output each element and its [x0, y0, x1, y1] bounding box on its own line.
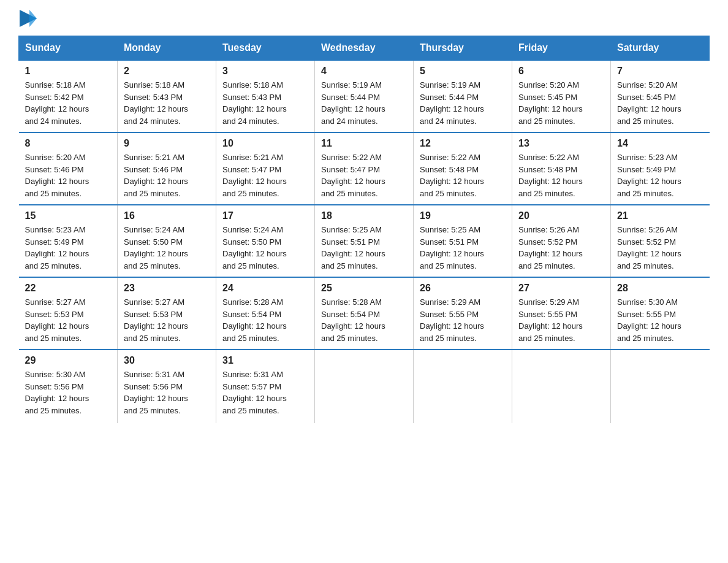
calendar-cell: 3Sunrise: 5:18 AMSunset: 5:43 PMDaylight…	[216, 60, 315, 132]
logo	[18, 15, 37, 25]
day-info: Sunrise: 5:18 AMSunset: 5:42 PMDaylight:…	[25, 79, 112, 127]
day-header-sunday: Sunday	[19, 36, 118, 61]
day-number: 11	[321, 138, 407, 149]
day-info: Sunrise: 5:26 AMSunset: 5:52 PMDaylight:…	[617, 224, 703, 272]
day-info: Sunrise: 5:19 AMSunset: 5:44 PMDaylight:…	[321, 79, 407, 127]
day-number: 12	[420, 138, 506, 149]
day-info: Sunrise: 5:18 AMSunset: 5:43 PMDaylight:…	[124, 79, 210, 127]
day-number: 20	[518, 210, 604, 221]
day-info: Sunrise: 5:21 AMSunset: 5:47 PMDaylight:…	[222, 151, 308, 199]
day-number: 18	[321, 210, 407, 221]
day-info: Sunrise: 5:27 AMSunset: 5:53 PMDaylight:…	[124, 296, 210, 344]
day-number: 8	[25, 138, 112, 149]
day-number: 5	[420, 66, 506, 77]
day-info: Sunrise: 5:25 AMSunset: 5:51 PMDaylight:…	[420, 224, 506, 272]
calendar-cell: 17Sunrise: 5:24 AMSunset: 5:50 PMDayligh…	[216, 205, 315, 277]
calendar-cell: 16Sunrise: 5:24 AMSunset: 5:50 PMDayligh…	[118, 205, 216, 277]
calendar-cell: 8Sunrise: 5:20 AMSunset: 5:46 PMDaylight…	[19, 132, 118, 205]
day-info: Sunrise: 5:20 AMSunset: 5:46 PMDaylight:…	[25, 151, 112, 199]
day-number: 10	[222, 138, 308, 149]
day-info: Sunrise: 5:28 AMSunset: 5:54 PMDaylight:…	[321, 296, 407, 344]
calendar-week-3: 15Sunrise: 5:23 AMSunset: 5:49 PMDayligh…	[19, 205, 710, 277]
day-number: 17	[222, 210, 308, 221]
day-number: 22	[25, 283, 112, 294]
calendar-cell: 20Sunrise: 5:26 AMSunset: 5:52 PMDayligh…	[512, 205, 611, 277]
day-number: 14	[617, 138, 703, 149]
day-info: Sunrise: 5:26 AMSunset: 5:52 PMDaylight:…	[518, 224, 604, 272]
calendar-cell: 27Sunrise: 5:29 AMSunset: 5:55 PMDayligh…	[512, 277, 611, 350]
day-info: Sunrise: 5:20 AMSunset: 5:45 PMDaylight:…	[617, 79, 703, 127]
day-number: 28	[617, 283, 703, 294]
calendar-cell: 15Sunrise: 5:23 AMSunset: 5:49 PMDayligh…	[19, 205, 118, 277]
calendar-cell: 26Sunrise: 5:29 AMSunset: 5:55 PMDayligh…	[414, 277, 512, 350]
day-info: Sunrise: 5:23 AMSunset: 5:49 PMDaylight:…	[617, 151, 703, 199]
day-number: 19	[420, 210, 506, 221]
svg-marker-1	[29, 10, 37, 27]
day-number: 15	[25, 210, 112, 221]
day-info: Sunrise: 5:30 AMSunset: 5:55 PMDaylight:…	[617, 296, 703, 344]
calendar-cell: 31Sunrise: 5:31 AMSunset: 5:57 PMDayligh…	[216, 350, 315, 423]
day-number: 27	[518, 283, 604, 294]
day-info: Sunrise: 5:19 AMSunset: 5:44 PMDaylight:…	[420, 79, 506, 127]
day-number: 9	[124, 138, 210, 149]
day-number: 16	[124, 210, 210, 221]
day-header-saturday: Saturday	[611, 36, 710, 61]
calendar-cell: 13Sunrise: 5:22 AMSunset: 5:48 PMDayligh…	[512, 132, 611, 205]
calendar-cell: 1Sunrise: 5:18 AMSunset: 5:42 PMDaylight…	[19, 60, 118, 132]
day-number: 4	[321, 66, 407, 77]
day-info: Sunrise: 5:24 AMSunset: 5:50 PMDaylight:…	[124, 224, 210, 272]
day-info: Sunrise: 5:31 AMSunset: 5:57 PMDaylight:…	[222, 369, 308, 416]
calendar-header: SundayMondayTuesdayWednesdayThursdayFrid…	[19, 36, 710, 61]
calendar-cell: 21Sunrise: 5:26 AMSunset: 5:52 PMDayligh…	[611, 205, 710, 277]
day-number: 3	[222, 66, 308, 77]
day-header-tuesday: Tuesday	[216, 36, 315, 61]
calendar-cell: 10Sunrise: 5:21 AMSunset: 5:47 PMDayligh…	[216, 132, 315, 205]
calendar-cell: 2Sunrise: 5:18 AMSunset: 5:43 PMDaylight…	[118, 60, 216, 132]
day-number: 6	[518, 66, 604, 77]
calendar-cell: 5Sunrise: 5:19 AMSunset: 5:44 PMDaylight…	[414, 60, 512, 132]
day-number: 24	[222, 283, 308, 294]
day-number: 26	[420, 283, 506, 294]
day-info: Sunrise: 5:29 AMSunset: 5:55 PMDaylight:…	[518, 296, 604, 344]
calendar-cell: 7Sunrise: 5:20 AMSunset: 5:45 PMDaylight…	[611, 60, 710, 132]
day-info: Sunrise: 5:22 AMSunset: 5:48 PMDaylight:…	[518, 151, 604, 199]
logo-icon	[20, 10, 37, 27]
calendar-body: 1Sunrise: 5:18 AMSunset: 5:42 PMDaylight…	[19, 60, 710, 423]
calendar-cell: 23Sunrise: 5:27 AMSunset: 5:53 PMDayligh…	[118, 277, 216, 350]
day-info: Sunrise: 5:25 AMSunset: 5:51 PMDaylight:…	[321, 224, 407, 272]
day-info: Sunrise: 5:24 AMSunset: 5:50 PMDaylight:…	[222, 224, 308, 272]
calendar-cell: 28Sunrise: 5:30 AMSunset: 5:55 PMDayligh…	[611, 277, 710, 350]
day-info: Sunrise: 5:28 AMSunset: 5:54 PMDaylight:…	[222, 296, 308, 344]
calendar-cell: 22Sunrise: 5:27 AMSunset: 5:53 PMDayligh…	[19, 277, 118, 350]
calendar-cell: 29Sunrise: 5:30 AMSunset: 5:56 PMDayligh…	[19, 350, 118, 423]
calendar-cell	[315, 350, 414, 423]
calendar-week-4: 22Sunrise: 5:27 AMSunset: 5:53 PMDayligh…	[19, 277, 710, 350]
calendar-week-2: 8Sunrise: 5:20 AMSunset: 5:46 PMDaylight…	[19, 132, 710, 205]
calendar-cell: 6Sunrise: 5:20 AMSunset: 5:45 PMDaylight…	[512, 60, 611, 132]
calendar-cell: 9Sunrise: 5:21 AMSunset: 5:46 PMDaylight…	[118, 132, 216, 205]
calendar-table: SundayMondayTuesdayWednesdayThursdayFrid…	[18, 36, 710, 423]
day-info: Sunrise: 5:27 AMSunset: 5:53 PMDaylight:…	[25, 296, 112, 344]
day-number: 7	[617, 66, 703, 77]
day-number: 29	[25, 355, 112, 366]
day-number: 21	[617, 210, 703, 221]
day-header-thursday: Thursday	[414, 36, 512, 61]
day-number: 1	[25, 66, 112, 77]
day-header-friday: Friday	[512, 36, 611, 61]
day-header-monday: Monday	[118, 36, 216, 61]
calendar-cell: 24Sunrise: 5:28 AMSunset: 5:54 PMDayligh…	[216, 277, 315, 350]
day-info: Sunrise: 5:21 AMSunset: 5:46 PMDaylight:…	[124, 151, 210, 199]
calendar-cell: 19Sunrise: 5:25 AMSunset: 5:51 PMDayligh…	[414, 205, 512, 277]
page-header	[18, 15, 710, 25]
calendar-cell: 11Sunrise: 5:22 AMSunset: 5:47 PMDayligh…	[315, 132, 414, 205]
day-number: 31	[222, 355, 308, 366]
day-number: 13	[518, 138, 604, 149]
day-header-wednesday: Wednesday	[315, 36, 414, 61]
day-info: Sunrise: 5:22 AMSunset: 5:47 PMDaylight:…	[321, 151, 407, 199]
day-info: Sunrise: 5:30 AMSunset: 5:56 PMDaylight:…	[25, 369, 112, 416]
calendar-week-1: 1Sunrise: 5:18 AMSunset: 5:42 PMDaylight…	[19, 60, 710, 132]
calendar-week-5: 29Sunrise: 5:30 AMSunset: 5:56 PMDayligh…	[19, 350, 710, 423]
calendar-cell	[512, 350, 611, 423]
calendar-cell: 12Sunrise: 5:22 AMSunset: 5:48 PMDayligh…	[414, 132, 512, 205]
day-number: 30	[124, 355, 210, 366]
